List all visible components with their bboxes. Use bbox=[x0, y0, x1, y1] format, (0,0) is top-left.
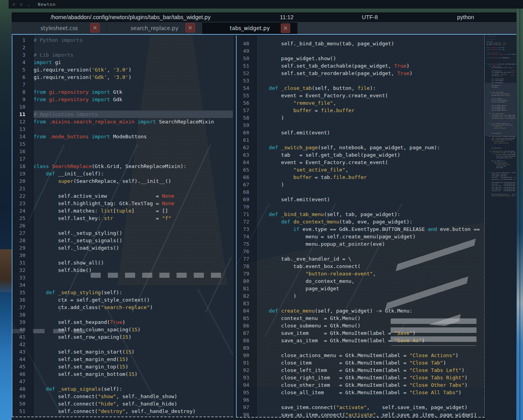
code-line[interactable]: class SearchReplace(Gtk.Grid, SearchRepl… bbox=[34, 163, 233, 170]
code-line[interactable]: def _bind_tab_menu(self, tab, page_widge… bbox=[257, 211, 484, 218]
code-line[interactable]: event = Event_Factory.create_event( bbox=[257, 159, 484, 166]
code-line[interactable]: buffer = file.buffer bbox=[257, 107, 484, 114]
code-line[interactable] bbox=[34, 140, 233, 148]
code-line[interactable] bbox=[34, 415, 233, 417]
code-line[interactable]: self.matches: list[tuple] = [] bbox=[34, 207, 233, 214]
code-line[interactable]: def do_context_menu(tab, eve, page_widge… bbox=[257, 218, 484, 225]
code-line[interactable]: close_left_item = Gtk.MenuItem(label = "… bbox=[257, 366, 484, 374]
code-line[interactable] bbox=[34, 103, 233, 111]
code-line[interactable] bbox=[257, 396, 484, 404]
code-line[interactable]: import gi bbox=[34, 59, 233, 66]
code-line[interactable]: self._setup_styling() bbox=[34, 229, 233, 237]
code-line[interactable] bbox=[257, 47, 484, 55]
code-line[interactable] bbox=[257, 136, 484, 144]
editor-pane-left[interactable]: 1234567891011121314151617181920212223242… bbox=[12, 35, 233, 417]
code-line[interactable]: save_as_item.connect("activate", self.sa… bbox=[257, 411, 484, 418]
code-line[interactable] bbox=[257, 248, 484, 255]
code-line[interactable] bbox=[34, 274, 233, 281]
code-line[interactable]: def _setup_styling(self): bbox=[34, 289, 233, 296]
code-line[interactable]: self.set_row_spacing(15) bbox=[34, 333, 233, 341]
code-line[interactable]: from gi.repository import Gtk bbox=[34, 88, 233, 96]
code-line[interactable]: gi.require_version('Gdk', '3.0') bbox=[34, 73, 233, 81]
code-line[interactable] bbox=[257, 344, 484, 352]
code-line[interactable] bbox=[34, 125, 233, 133]
code-line[interactable]: close_actions_menu = Gtk.MenuItem(label … bbox=[257, 352, 484, 359]
code-line[interactable]: tab._eve_handler_id = \ bbox=[257, 255, 484, 263]
code-line[interactable]: close_submenu = Gtk.Menu() bbox=[257, 322, 484, 329]
tab-close-button[interactable]: × bbox=[90, 23, 100, 32]
code-line[interactable]: menu.popup_at_pointer(eve) bbox=[257, 240, 484, 248]
code-line[interactable]: self.connect("hide", self._handle_hide) bbox=[34, 400, 233, 407]
code-line[interactable]: page_widget bbox=[257, 285, 484, 292]
code-line[interactable] bbox=[34, 222, 233, 229]
minimap-viewport[interactable] bbox=[485, 83, 516, 136]
code-text-area[interactable]: self._bind_tab_menu(tab, page_widget) pa… bbox=[257, 36, 484, 417]
code-line[interactable]: close_other_item = Gtk.MenuItem(label = … bbox=[257, 381, 484, 389]
editor-pane-right[interactable]: 4849505152535455565758596061626364656667… bbox=[236, 36, 485, 418]
code-line[interactable]: self._load_widgets() bbox=[34, 244, 233, 252]
tab-close-button[interactable]: × bbox=[281, 23, 290, 33]
code-line[interactable]: self.emit(event) bbox=[257, 196, 484, 203]
code-line[interactable]: self.show_all() bbox=[34, 259, 233, 266]
workspace-indicator-icons[interactable]: ∷ ∷ ‥ bbox=[12, 2, 32, 7]
code-line[interactable] bbox=[257, 77, 484, 84]
code-line[interactable]: "set_active_file", bbox=[257, 166, 484, 173]
code-line[interactable]: ) bbox=[257, 181, 484, 188]
code-line[interactable] bbox=[34, 44, 233, 51]
code-line[interactable]: self.set_margin_start(15) bbox=[34, 348, 233, 356]
code-line[interactable]: # Python imports bbox=[34, 36, 233, 44]
code-line[interactable]: self.last_key: str = "f" bbox=[34, 214, 233, 222]
code-line[interactable] bbox=[257, 188, 484, 196]
code-line[interactable]: from gi.repository import Gdk bbox=[34, 96, 233, 103]
code-line[interactable]: event = Event_Factory.create_event( bbox=[257, 92, 484, 99]
code-line[interactable]: self._setup_signals() bbox=[34, 237, 233, 244]
code-line[interactable]: self.set_margin_top(15) bbox=[34, 363, 233, 370]
code-line[interactable]: def _setup_signals(self): bbox=[34, 385, 233, 393]
code-line[interactable] bbox=[257, 300, 484, 307]
code-line[interactable] bbox=[34, 281, 233, 289]
code-line[interactable]: if eve.type == Gdk.EventType.BUTTON_RELE… bbox=[257, 225, 484, 233]
code-line[interactable]: ) bbox=[257, 292, 484, 300]
code-line[interactable]: self.set_margin_end(15) bbox=[34, 356, 233, 363]
code-line[interactable]: context_menu = Gtk.Menu() bbox=[257, 315, 484, 322]
code-line[interactable] bbox=[34, 155, 233, 163]
code-line[interactable]: do_context_menu, bbox=[257, 277, 484, 285]
code-line[interactable]: "remove_file", bbox=[257, 99, 484, 107]
tab-tabs_widget.py[interactable]: tabs_widget.py× bbox=[202, 22, 298, 34]
code-line[interactable]: buffer = tab.file.buffer bbox=[257, 173, 484, 181]
code-line[interactable]: ctx = self.get_style_context() bbox=[34, 296, 233, 304]
code-line[interactable] bbox=[34, 311, 233, 318]
code-line[interactable] bbox=[34, 81, 233, 88]
code-line[interactable]: ) bbox=[257, 114, 484, 122]
code-line[interactable]: from .mode_buttons import ModeButtons bbox=[34, 133, 233, 140]
code-line[interactable]: self.hide() bbox=[34, 266, 233, 274]
code-line[interactable]: def create_menu(self, page_widget) -> Gt… bbox=[257, 307, 484, 315]
code-line[interactable]: super(SearchReplace, self).__init__() bbox=[34, 177, 233, 185]
code-line[interactable]: self._bind_tab_menu(tab, page_widget) bbox=[257, 40, 484, 47]
code-line[interactable] bbox=[34, 185, 233, 192]
code-line[interactable] bbox=[34, 378, 233, 385]
code-line[interactable]: tab = self.get_tab_label(page_widget) bbox=[257, 151, 484, 159]
code-line[interactable]: self.set_tab_detachable(page_widget, Tru… bbox=[257, 62, 484, 70]
code-line[interactable]: save_item.connect("activate", self.save_… bbox=[257, 404, 484, 411]
code-line[interactable] bbox=[257, 122, 484, 129]
code-line[interactable]: def _switch_page(self, notebook, page_wi… bbox=[257, 144, 484, 151]
code-line[interactable]: menu = self.create_menu(page_widget) bbox=[257, 233, 484, 240]
code-line[interactable]: ctx.add_class("search-replace") bbox=[34, 304, 233, 311]
code-line[interactable]: self.connect("destroy", self._handle_des… bbox=[34, 407, 233, 415]
code-line[interactable]: # Application imports bbox=[34, 111, 233, 118]
code-line[interactable]: gi.require_version('Gtk', '3.0') bbox=[34, 66, 233, 73]
code-line[interactable] bbox=[34, 148, 233, 155]
code-line[interactable]: def _close_tab(self, button, file): bbox=[257, 84, 484, 92]
code-line[interactable]: save_as_item = Gtk.MenuItem(label = "Sav… bbox=[257, 337, 484, 344]
code-line[interactable]: self.connect("show", self._handle_show) bbox=[34, 393, 233, 400]
code-line[interactable]: close_item = Gtk.MenuItem(label = "Close… bbox=[257, 359, 484, 366]
code-line[interactable]: page_widget.show() bbox=[257, 55, 484, 62]
tab-search_replace.py[interactable]: search_replace.py× bbox=[107, 22, 202, 34]
code-line[interactable]: self.set_margin_bottom(15) bbox=[34, 370, 233, 378]
code-line[interactable] bbox=[34, 252, 233, 259]
code-line[interactable]: close_right_item = Gtk.MenuItem(label = … bbox=[257, 374, 484, 381]
code-line[interactable]: self.highlight_tag: Gtk.TextTag = None bbox=[34, 200, 233, 207]
code-line[interactable]: self.emit(event) bbox=[257, 129, 484, 136]
code-line[interactable] bbox=[34, 341, 233, 348]
